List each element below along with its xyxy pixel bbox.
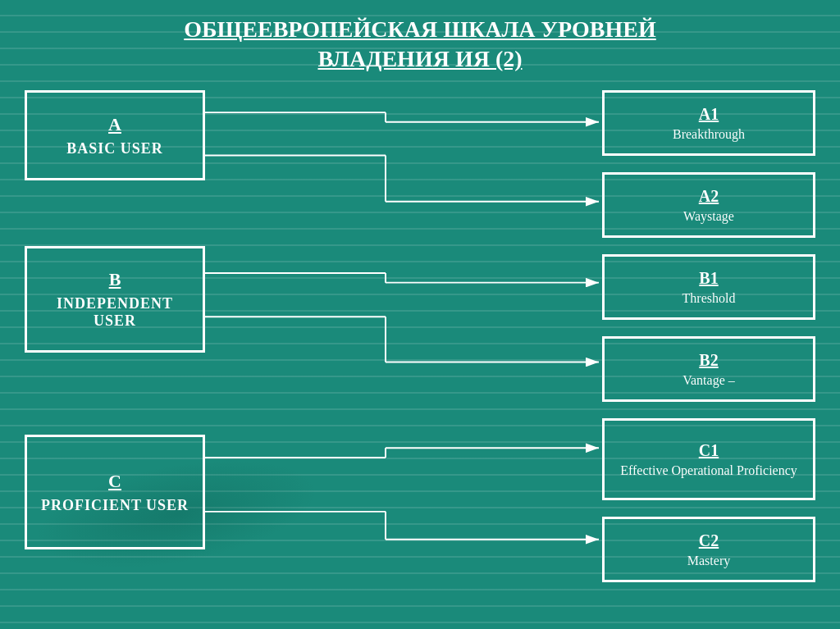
box-c1-name: Effective Operational Proficiency [620,463,797,478]
page-title: ОБЩЕЕВРОПЕЙСКАЯ ШКАЛА УРОВНЕЙ ВЛАДЕНИЯ И… [0,0,840,83]
box-a-name: BASIC USER [66,140,163,157]
box-b-letter: B [109,269,121,290]
box-b2-code: B2 [699,351,718,370]
box-a2-name: Waystage [683,209,734,224]
box-b: B INDEPENDENT USER [25,246,205,353]
box-b2: B2 Vantage – [602,336,815,402]
box-b1-name: Threshold [682,291,736,306]
box-a1-code: A1 [699,105,719,124]
box-c: C PROFICIENT USER [25,435,205,549]
page: ОБЩЕЕВРОПЕЙСКАЯ ШКАЛА УРОВНЕЙ ВЛАДЕНИЯ И… [0,0,840,629]
box-b-name: INDEPENDENT USER [35,295,194,330]
box-c1: C1 Effective Operational Proficiency [602,418,815,500]
box-a2: A2 Waystage [602,172,815,238]
box-a1-name: Breakthrough [673,127,745,142]
box-a1: A1 Breakthrough [602,90,815,156]
box-a-letter: A [108,114,121,135]
box-c1-code: C1 [699,441,719,460]
box-c-letter: C [108,471,121,492]
title-line2: ВЛАДЕНИЯ ИЯ (2) [317,46,522,71]
box-b2-name: Vantage – [682,373,735,388]
box-c2-name: Mastery [687,554,730,568]
box-a: A BASIC USER [25,90,205,180]
box-b1-code: B1 [699,269,718,288]
box-c2: C2 Mastery [602,517,815,582]
diagram: A BASIC USER B INDEPENDENT USER C PROFIC… [25,90,815,613]
box-c-name: PROFICIENT USER [41,497,189,514]
box-b1: B1 Threshold [602,254,815,320]
box-a2-code: A2 [699,187,719,206]
box-c2-code: C2 [699,531,719,550]
title-line1: ОБЩЕЕВРОПЕЙСКАЯ ШКАЛА УРОВНЕЙ [184,16,656,42]
